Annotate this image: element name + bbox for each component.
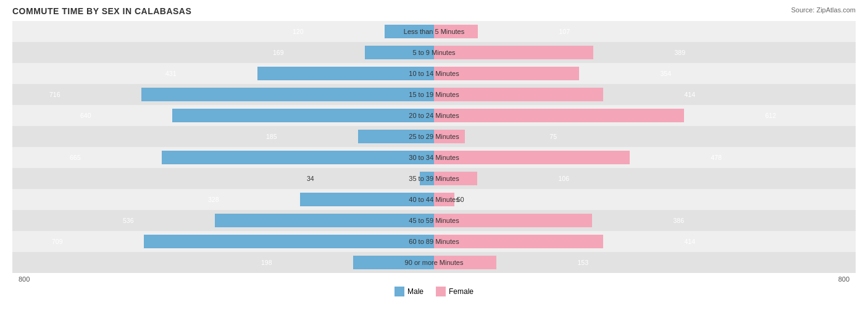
male-bar <box>162 151 434 164</box>
male-value: 328 <box>208 196 219 203</box>
legend-female-label: Female <box>449 287 474 296</box>
male-value: 431 <box>165 70 177 77</box>
male-value: 34 <box>307 175 314 182</box>
axis-left: 800 <box>19 275 30 283</box>
female-bar <box>434 88 603 101</box>
male-bar <box>365 46 434 59</box>
male-bar <box>144 235 434 248</box>
male-bar <box>172 109 434 122</box>
female-bar <box>434 235 603 248</box>
table-row: 18525 to 29 Minutes75 <box>12 126 856 147</box>
female-value: 612 <box>765 112 776 119</box>
table-row: 32840 to 44 Minutes50 <box>12 189 856 210</box>
table-row: 64020 to 24 Minutes612 <box>12 105 856 126</box>
female-value: 389 <box>674 49 685 56</box>
table-row: 3435 to 39 Minutes106 <box>12 168 856 189</box>
male-bar <box>300 193 434 206</box>
legend: Male Female <box>12 287 856 296</box>
legend-male: Male <box>394 287 424 296</box>
male-value: 185 <box>266 133 277 140</box>
legend-female: Female <box>436 287 474 296</box>
female-bar <box>434 130 465 143</box>
legend-male-label: Male <box>407 287 424 296</box>
female-value: 414 <box>684 238 695 245</box>
table-row: 66530 to 34 Minutes478 <box>12 147 856 168</box>
male-value: 198 <box>261 259 272 266</box>
female-bar <box>434 256 496 269</box>
male-value: 536 <box>123 217 134 224</box>
female-bar <box>434 25 478 38</box>
male-bar <box>141 88 434 101</box>
female-value: 50 <box>457 196 464 203</box>
female-value: 75 <box>549 133 557 140</box>
female-value: 478 <box>711 154 722 161</box>
table-row: 19890 or more Minutes153 <box>12 252 856 273</box>
male-bar <box>385 25 434 38</box>
male-value: 120 <box>293 28 304 35</box>
chart-rows: 120Less than 5 Minutes1071695 to 9 Minut… <box>12 21 856 273</box>
chart-container: COMMUTE TIME BY SEX IN CALABASAS Source:… <box>0 0 868 323</box>
female-bar <box>434 193 454 206</box>
male-value: 640 <box>80 112 91 119</box>
table-row: 43110 to 14 Minutes354 <box>12 63 856 84</box>
table-row: 120Less than 5 Minutes107 <box>12 21 856 42</box>
legend-male-box <box>394 287 404 296</box>
male-bar <box>353 256 434 269</box>
female-bar <box>434 151 630 164</box>
male-value: 709 <box>52 238 63 245</box>
female-value: 107 <box>559 28 570 35</box>
female-bar <box>434 172 477 185</box>
legend-female-box <box>436 287 446 296</box>
axis-right: 800 <box>838 275 849 283</box>
table-row: 53645 to 59 Minutes386 <box>12 210 856 231</box>
female-bar <box>434 109 684 122</box>
source-label: Source: ZipAtlas.com <box>791 6 856 14</box>
male-value: 716 <box>49 91 61 98</box>
male-bar <box>215 214 434 227</box>
male-bar <box>420 172 434 185</box>
female-value: 153 <box>577 259 588 266</box>
female-bar <box>434 67 579 80</box>
table-row: 1695 to 9 Minutes389 <box>12 42 856 63</box>
male-value: 169 <box>273 49 284 56</box>
female-value: 106 <box>558 175 569 182</box>
table-row: 70960 to 89 Minutes414 <box>12 231 856 252</box>
male-value: 665 <box>70 154 81 161</box>
female-bar <box>434 214 592 227</box>
male-bar <box>257 67 434 80</box>
table-row: 71615 to 19 Minutes414 <box>12 84 856 105</box>
axis-labels: 800 800 <box>12 275 856 283</box>
male-bar <box>358 130 434 143</box>
chart-title: COMMUTE TIME BY SEX IN CALABASAS <box>12 6 856 16</box>
female-value: 386 <box>673 217 684 224</box>
female-value: 414 <box>684 91 695 98</box>
female-value: 354 <box>660 70 671 77</box>
female-bar <box>434 46 593 59</box>
